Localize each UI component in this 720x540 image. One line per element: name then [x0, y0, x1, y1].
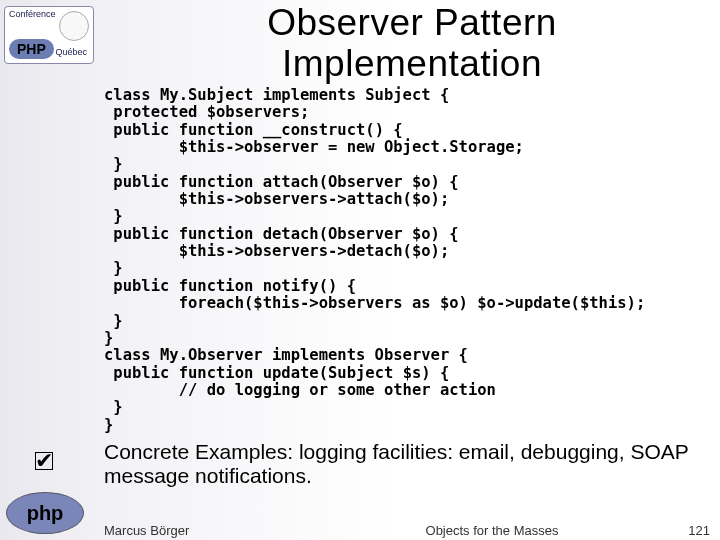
slide-title: Observer Pattern Implementation — [104, 2, 720, 85]
title-line-1: Observer Pattern — [267, 2, 557, 43]
logo-quebec-text: Québec — [55, 47, 87, 57]
conference-logo: Conférence PHP Québec — [4, 6, 94, 64]
slide-content: Observer Pattern Implementation class My… — [104, 0, 720, 512]
sidebar: Conférence PHP Québec ✔ php — [0, 0, 98, 540]
code-block: class My.Subject implements Subject { pr… — [104, 87, 712, 434]
footer-title: Objects for the Masses — [324, 523, 660, 538]
title-line-2: Implementation — [282, 43, 542, 84]
php-logo-icon: php — [6, 492, 84, 534]
logo-php-text: PHP — [9, 39, 54, 59]
slide-footer: Marcus Börger Objects for the Masses 121 — [104, 523, 720, 538]
footer-page: 121 — [660, 523, 720, 538]
examples-paragraph: Concrete Examples: logging facilities: e… — [104, 440, 710, 488]
footer-author: Marcus Börger — [104, 523, 324, 538]
bullet-checkmark-icon: ✔ — [35, 448, 53, 474]
mascot-icon — [59, 11, 89, 41]
